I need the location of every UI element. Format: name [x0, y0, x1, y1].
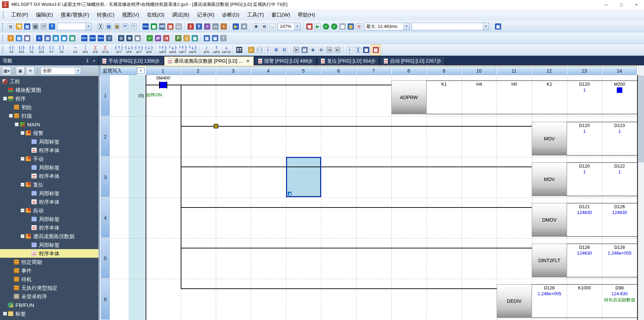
- falling-pulse-button[interactable]: ┤↓├sF8: [124, 45, 134, 55]
- rising-branch-button[interactable]: └↑├saF5: [158, 45, 167, 55]
- invert-result-rising-button[interactable]: ↑caF5: [212, 45, 221, 55]
- zoom-level-combo[interactable]: 147%▼: [278, 23, 300, 30]
- operand-name-d122[interactable]: D122: [602, 163, 637, 169]
- menu-item-p[interactable]: 工程(P): [7, 10, 32, 20]
- redo-button[interactable]: ↷: [130, 22, 137, 31]
- tree-item-13[interactable]: 局部标签: [0, 189, 98, 198]
- intelligent-monitor-button[interactable]: ▥: [68, 34, 76, 42]
- zoom-find-button[interactable]: ⊕: [309, 46, 317, 54]
- zoom-find2-button[interactable]: ⊖: [317, 46, 325, 54]
- tree-item-10[interactable]: 局部标签: [0, 163, 98, 172]
- print-button[interactable]: ▤: [32, 22, 39, 31]
- cut-button[interactable]: ╳: [97, 22, 104, 31]
- copy-button[interactable]: ▤: [105, 22, 113, 31]
- row-number-cell-6[interactable]: 6: [101, 279, 110, 320]
- menu-item-t[interactable]: 工具(T): [243, 10, 267, 20]
- tree-item-12[interactable]: −复位: [0, 180, 98, 189]
- menu-item-v[interactable]: 视图(V): [118, 10, 143, 20]
- tree-item-19[interactable]: 局部标签: [0, 241, 98, 249]
- operand-name-d128[interactable]: D128: [602, 245, 637, 250]
- drive-button[interactable]: ▧: [191, 34, 199, 42]
- project-history-button[interactable]: ↺: [40, 22, 47, 31]
- check-ok-2-button[interactable]: ✓: [330, 22, 338, 31]
- tree-item-9[interactable]: −手动: [0, 154, 98, 163]
- tree-item-14[interactable]: 程序本体: [0, 198, 98, 206]
- cross-ref-open-button[interactable]: ▥: [167, 22, 174, 31]
- device-monitor-button[interactable]: ▦: [150, 22, 158, 31]
- delete-vline-button[interactable]: ╳cF10: [101, 45, 110, 55]
- scan-alarm-button[interactable]: ⊙: [355, 22, 363, 31]
- operand-name-k2[interactable]: K2: [532, 82, 567, 87]
- project-select-combo[interactable]: ▼: [57, 23, 92, 30]
- operand-name-d126[interactable]: D126: [567, 245, 602, 250]
- operand-name-m200[interactable]: M200: [602, 82, 637, 87]
- new-project-button[interactable]: ▤: [7, 22, 14, 31]
- tree-display-setting-button[interactable]: ▦▾: [2, 66, 11, 75]
- edit-mode-button[interactable]: ✓: [247, 46, 255, 54]
- fit-width-button[interactable]: ↔: [269, 22, 276, 31]
- rising-pulse-button[interactable]: ┤↑├sF7: [114, 45, 124, 55]
- check-ok-1-button[interactable]: ✓: [322, 22, 330, 31]
- tree-item-3[interactable]: 初始: [0, 103, 98, 111]
- menu-item-b[interactable]: 调试(B): [168, 10, 193, 20]
- tree-item-8[interactable]: 程序本体: [0, 146, 98, 154]
- menu-item-f[interactable]: 搜索/替换(F): [57, 10, 93, 20]
- module-config-button[interactable]: ▦: [23, 34, 31, 42]
- tree-item-0[interactable]: 工程: [0, 77, 98, 86]
- zoom-in-button[interactable]: ⊕: [252, 22, 260, 31]
- collapse-all-button[interactable]: ▣: [16, 66, 25, 75]
- maximize-button[interactable]: □: [614, 0, 629, 9]
- tree-expander-icon[interactable]: −: [15, 122, 19, 126]
- delete-hline-button[interactable]: ╳cF9: [91, 45, 100, 55]
- find-replace-button[interactable]: ⊚: [126, 34, 133, 42]
- tree-item-18[interactable]: −通讯读测高仪数据: [0, 232, 98, 241]
- tree-item-7[interactable]: 局部标签: [0, 137, 98, 146]
- tree-item-11[interactable]: 程序本体: [0, 172, 98, 180]
- cross-reference-button[interactable]: ≡: [35, 34, 43, 42]
- falling-branch2-button[interactable]: └↓├saF8: [188, 45, 197, 55]
- ladder-monitor-button[interactable]: ▦: [306, 22, 313, 31]
- instruction-block-dmov[interactable]: DMOV: [532, 203, 567, 237]
- remote-operation-button[interactable]: ▭: [212, 22, 219, 31]
- operand-name-d120[interactable]: D120: [567, 163, 602, 169]
- row-number-cell-4[interactable]: 4: [101, 198, 110, 238]
- stl-instruction-button[interactable]: ST: [235, 46, 243, 54]
- indent-right-button[interactable]: ⇥: [326, 46, 333, 54]
- simulation-play-button[interactable]: ▶: [314, 22, 321, 31]
- menu-item-c[interactable]: 转换(C): [93, 10, 118, 20]
- pointer-branch-button[interactable]: ➤: [293, 46, 300, 54]
- watch-window2-button[interactable]: ▦: [60, 34, 68, 42]
- operand-name-d120[interactable]: D120: [567, 82, 602, 87]
- list-edit-button[interactable]: ▤: [301, 46, 308, 54]
- close-contact-button[interactable]: ┤/├sF5: [17, 45, 26, 55]
- scrollbar-thumb[interactable]: [638, 76, 644, 162]
- tree-item-22[interactable]: 事件: [0, 266, 98, 275]
- chevron-down-icon[interactable]: ▼: [403, 23, 409, 30]
- row-number-cell-3[interactable]: 3: [101, 157, 110, 197]
- rising-pulse-close-button[interactable]: ┤↑├aF7: [134, 45, 144, 55]
- instruction-block-dint2flt[interactable]: DINT2FLT: [532, 244, 567, 277]
- read-from-plc-button[interactable]: ⇧: [195, 22, 203, 31]
- menu-item-d[interactable]: 诊断(D): [218, 10, 243, 20]
- chevron-down-icon[interactable]: ▼: [294, 23, 300, 30]
- nav-close-icon[interactable]: ×: [93, 58, 95, 63]
- tree-expander-icon[interactable]: −: [21, 234, 24, 238]
- application-instruction-button[interactable]: [ ]F8: [57, 45, 66, 55]
- device-list-button[interactable]: ▥: [44, 34, 51, 42]
- row-number-cell-1[interactable]: 1: [101, 75, 110, 116]
- tree-expander-icon[interactable]: −: [3, 312, 7, 316]
- chevron-down-icon[interactable]: ▼: [483, 23, 489, 30]
- tree-item-17[interactable]: 程序本体: [0, 223, 98, 232]
- chevron-down-icon[interactable]: ▼: [75, 67, 81, 74]
- memory-card-button[interactable]: ▯: [183, 34, 190, 42]
- verify-with-plc-button[interactable]: ≡: [203, 22, 211, 31]
- device-initial-button[interactable]: Dev: [97, 34, 105, 42]
- zoom-out-button[interactable]: ⊖: [261, 22, 268, 31]
- help-button[interactable]: ?: [48, 22, 56, 31]
- plc-diagnostics-button[interactable]: +: [220, 22, 228, 31]
- sampling-trace-button[interactable]: ▥: [347, 22, 355, 31]
- menu-item-o[interactable]: 在线(O): [143, 10, 168, 20]
- insert-row-button[interactable]: ⊞: [272, 46, 280, 54]
- document-tab-2[interactable]: 通讯读测高仪数据 [PRG] [LD] ...✕: [164, 56, 254, 65]
- paste-button[interactable]: ▥: [113, 22, 121, 31]
